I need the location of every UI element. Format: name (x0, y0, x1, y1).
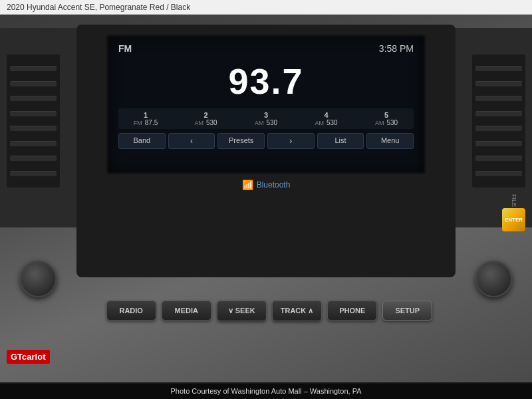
vent-slat (10, 66, 57, 71)
enter-button[interactable]: ENTER (502, 208, 525, 231)
next-preset-button[interactable]: › (267, 133, 315, 149)
vent-slat (475, 171, 522, 176)
vent-slat (10, 171, 57, 176)
physical-buttons-row: RADIO MEDIA ∨ SEEK TRACK ∧ PHONE SETUP (53, 281, 485, 340)
track-up-button[interactable]: TRACK ∧ (272, 301, 323, 321)
phone-button[interactable]: PHONE (327, 301, 377, 321)
menu-button[interactable]: Menu (366, 133, 414, 149)
presets-button[interactable]: Presets (217, 133, 265, 149)
bluetooth-label: 📶 Bluetooth (242, 180, 291, 190)
vent-slat (475, 141, 522, 146)
preset-2: 2 AM 530 (183, 111, 229, 126)
presets-bar: 1 FM 87.5 2 AM 530 3 AM (118, 108, 414, 129)
preset-3: 3 AM 530 (243, 111, 289, 126)
bluetooth-icon: 📶 (242, 180, 253, 190)
vent-slat (475, 81, 522, 86)
screen-buttons-row: Band ‹ Presets › List Menu (118, 133, 414, 149)
right-knob[interactable] (475, 261, 512, 297)
vent-slat (10, 96, 57, 101)
radio-button[interactable]: RADIO (106, 301, 156, 321)
vent-slat (10, 141, 57, 146)
vent-slat (10, 81, 57, 86)
left-knob[interactable] (20, 261, 57, 297)
top-bar: 2020 Hyundai Accent SE, Pomegranate Red … (0, 0, 532, 15)
left-vent (0, 28, 80, 227)
vent-slat (475, 96, 522, 101)
vent-slat (10, 111, 57, 116)
caption-bar: Photo Courtesy of Washington Auto Mall –… (0, 382, 532, 399)
fm-label: FM (118, 43, 132, 54)
right-vent-inner (472, 55, 525, 188)
time-display: 3:58 PM (379, 43, 414, 54)
caption-text: Photo Courtesy of Washington Auto Mall –… (171, 387, 362, 395)
file-enter-area: FILE ENTER (502, 194, 525, 231)
file-label: FILE (511, 194, 517, 207)
infotainment-unit: FM 3:58 PM 93.7 1 FM 87.5 2 AM 530 (76, 25, 456, 277)
photo-area: FM 3:58 PM 93.7 1 FM 87.5 2 AM 530 (0, 15, 532, 384)
vent-slat (475, 156, 522, 161)
gt-logo: GTcarlot (7, 350, 50, 364)
seek-down-button[interactable]: ∨ SEEK (217, 301, 267, 321)
frequency-display: 93.7 (118, 61, 414, 102)
setup-button[interactable]: SETUP (382, 301, 432, 321)
display-screen: FM 3:58 PM 93.7 1 FM 87.5 2 AM 530 (106, 35, 426, 174)
media-button[interactable]: MEDIA (162, 301, 211, 321)
vent-slat (475, 126, 522, 131)
preset-1: 1 FM 87.5 (122, 111, 169, 126)
vent-slat (475, 111, 522, 116)
preset-5: 5 AM 530 (363, 111, 410, 126)
screen-top-row: FM 3:58 PM (118, 43, 414, 54)
vent-slat (475, 66, 522, 71)
page-title: 2020 Hyundai Accent SE, Pomegranate Red … (7, 3, 190, 12)
left-vent-inner (7, 55, 60, 188)
vent-slat (10, 156, 57, 161)
vent-slat (10, 126, 57, 131)
list-button[interactable]: List (317, 133, 364, 149)
bluetooth-text: Bluetooth (257, 180, 291, 190)
band-button[interactable]: Band (118, 133, 166, 149)
preset-4: 4 AM 530 (303, 111, 350, 126)
prev-preset-button[interactable]: ‹ (168, 133, 215, 149)
